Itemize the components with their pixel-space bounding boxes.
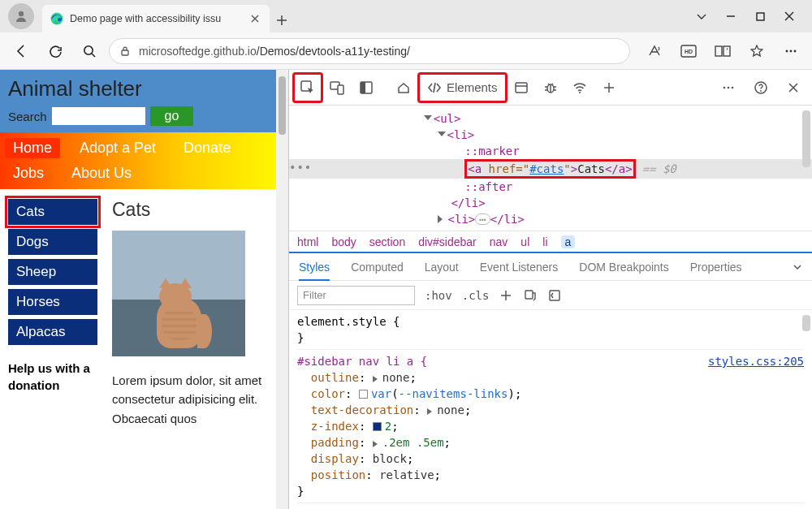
browser-toolbar: microsoftedge.github.io/Demos/devtools-a… <box>0 32 812 70</box>
webpage-viewport: Animal shelter Search go Home Adopt a Pe… <box>0 70 288 509</box>
site-title: Animal shelter <box>8 76 268 101</box>
dock-icon[interactable] <box>352 74 380 101</box>
elements-tab[interactable]: Elements <box>419 74 506 101</box>
layout-tab[interactable]: Layout <box>425 261 459 274</box>
source-link[interactable]: styles.css:205 <box>708 353 804 369</box>
svg-rect-17 <box>516 83 527 93</box>
styles-scrollbar[interactable] <box>802 315 810 331</box>
hd-icon[interactable]: HD <box>674 37 703 66</box>
chevron-down-icon[interactable] <box>793 262 802 272</box>
svg-point-0 <box>19 11 24 16</box>
svg-point-20 <box>723 86 726 88</box>
dom-breadcrumbs[interactable]: html body section div#sidebar nav ul li … <box>289 231 812 253</box>
svg-rect-14 <box>338 85 343 94</box>
devtools-more-icon[interactable] <box>715 74 742 101</box>
devtools-tabs: Elements <box>289 70 812 106</box>
sidebar-item-sheep[interactable]: Sheep <box>8 259 97 285</box>
svg-rect-2 <box>757 13 764 20</box>
cat-image <box>112 231 245 356</box>
sidebar-item-alpacas[interactable]: Alpacas <box>8 319 97 345</box>
window-titlebar: Demo page with accessibility issu <box>0 0 812 32</box>
svg-text:HD: HD <box>685 49 693 54</box>
styles-tabs: Styles Computed Layout Event Listeners D… <box>289 253 812 281</box>
article-heading: Cats <box>112 199 268 221</box>
nav-adopt[interactable]: Adopt a Pet <box>71 138 164 158</box>
browser-tab[interactable]: Demo page with accessibility issu <box>42 5 270 32</box>
donation-heading: Help us with a donation <box>8 360 97 394</box>
svg-point-24 <box>760 90 762 92</box>
svg-point-21 <box>728 86 730 88</box>
address-bar[interactable]: microsoftedge.github.io/Demos/devtools-a… <box>109 38 630 64</box>
search-button[interactable] <box>75 37 104 66</box>
go-button[interactable]: go <box>150 106 194 126</box>
page-scrollbar[interactable] <box>276 70 288 509</box>
devtools-panel: Elements <ul> <li> <box>288 70 812 509</box>
nav-home[interactable]: Home <box>5 138 60 158</box>
profile-icon[interactable] <box>8 3 34 29</box>
properties-tab[interactable]: Properties <box>690 261 742 274</box>
sidebar: Cats Dogs Sheep Horses Alpacas Help us w… <box>8 199 97 428</box>
hov-button[interactable]: :hov <box>425 289 452 302</box>
styles-toolbar: Filter :hov .cls <box>289 281 812 310</box>
tab-close-icon[interactable] <box>248 12 261 25</box>
close-button[interactable] <box>783 10 796 23</box>
svg-point-22 <box>732 86 734 88</box>
eventlisteners-tab[interactable]: Event Listeners <box>480 261 559 274</box>
network-icon[interactable] <box>566 74 594 101</box>
cls-button[interactable]: .cls <box>462 289 490 302</box>
dombreakpoints-tab[interactable]: DOM Breakpoints <box>579 261 668 274</box>
svg-point-19 <box>579 92 581 93</box>
article-text: Lorem ipsum dolor, sit amet consectetur … <box>112 371 268 428</box>
new-rule-icon[interactable] <box>499 288 513 303</box>
sidebar-item-dogs[interactable]: Dogs <box>8 229 97 255</box>
sidebar-item-cats[interactable]: Cats <box>8 199 97 225</box>
search-input[interactable] <box>52 107 145 125</box>
svg-point-9 <box>786 50 788 52</box>
computed-icon[interactable] <box>547 288 562 303</box>
nav-jobs[interactable]: Jobs <box>5 163 52 183</box>
styles-filter-input[interactable]: Filter <box>297 286 415 305</box>
read-aloud-icon[interactable] <box>640 37 669 66</box>
refresh-button[interactable] <box>41 37 70 66</box>
welcome-icon[interactable] <box>390 74 417 101</box>
dom-scrollbar[interactable] <box>802 110 810 167</box>
favorite-icon[interactable] <box>742 37 771 66</box>
svg-point-11 <box>794 50 797 52</box>
svg-rect-7 <box>715 46 722 56</box>
inspect-icon[interactable] <box>294 74 322 101</box>
dom-tree[interactable]: <ul> <li> ::marker ••• <a href="#cats">C… <box>289 106 812 231</box>
svg-rect-16 <box>361 82 365 93</box>
nav-donate[interactable]: Donate <box>175 138 239 158</box>
back-button[interactable] <box>6 37 36 66</box>
add-tab-icon[interactable] <box>595 74 623 101</box>
main-nav: Home Adopt a Pet Donate Jobs About Us <box>0 132 276 189</box>
device-icon[interactable] <box>323 74 351 101</box>
devtools-help-icon[interactable] <box>747 74 775 101</box>
tab-title: Demo page with accessibility issu <box>70 13 242 24</box>
computed-tab[interactable]: Computed <box>351 261 404 274</box>
svg-point-10 <box>790 50 793 52</box>
reader-icon[interactable] <box>708 37 737 66</box>
app-icon[interactable] <box>508 74 535 101</box>
new-tab-button[interactable] <box>270 8 294 32</box>
styles-pane[interactable]: element.style { } styles.css:205 #sideba… <box>289 310 812 509</box>
devtools-close-icon[interactable] <box>780 74 807 101</box>
sidebar-item-horses[interactable]: Horses <box>8 289 97 315</box>
minimize-button[interactable] <box>724 10 737 23</box>
styles-tab[interactable]: Styles <box>299 261 330 274</box>
nav-about[interactable]: About Us <box>63 163 140 183</box>
svg-point-3 <box>84 45 93 54</box>
url-text: microsoftedge.github.io/Demos/devtools-a… <box>139 45 620 58</box>
maximize-button[interactable] <box>754 10 767 23</box>
search-label: Search <box>8 110 47 123</box>
lock-icon <box>119 45 131 57</box>
edge-icon <box>50 12 63 25</box>
svg-rect-8 <box>723 46 730 56</box>
chevron-down-icon[interactable] <box>695 10 708 23</box>
bug-icon[interactable] <box>537 74 564 101</box>
brush-icon[interactable] <box>523 288 538 303</box>
more-icon[interactable] <box>776 37 806 66</box>
svg-rect-25 <box>525 291 533 299</box>
svg-rect-4 <box>122 50 128 55</box>
